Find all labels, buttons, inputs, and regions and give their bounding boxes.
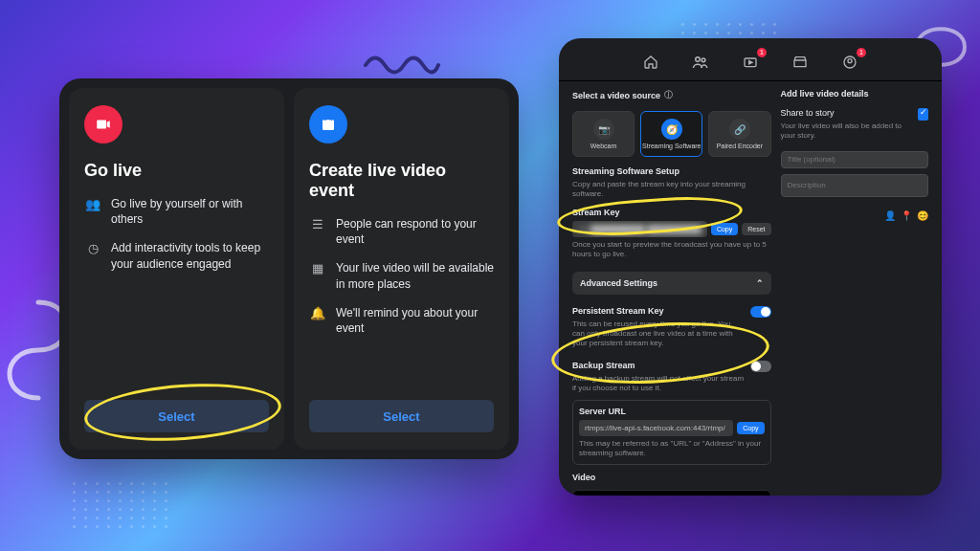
create-event-title: Create live video event [309, 161, 494, 201]
svg-point-3 [696, 57, 701, 62]
persistent-key-toggle[interactable] [750, 306, 771, 318]
live-producer-panel: 1 1 Select a video sourceⓘ 📷Webcam 🧭Stre… [559, 38, 942, 496]
svg-rect-0 [323, 120, 334, 130]
top-nav: 1 1 [559, 48, 942, 81]
link-icon: 🔗 [729, 119, 750, 140]
copy-stream-key-button[interactable]: Copy [711, 223, 738, 235]
source-paired-encoder[interactable]: 🔗Paired Encoder [708, 111, 770, 157]
key-icon: 🧭 [661, 119, 682, 140]
stream-key-label: Stream Key [572, 208, 771, 217]
svg-point-4 [702, 58, 705, 62]
svg-rect-1 [324, 118, 325, 121]
source-streaming-software[interactable]: 🧭Streaming Software [640, 111, 702, 157]
go-live-select-button[interactable]: Select [84, 400, 269, 432]
video-preview: ▶⎯ Connect streaming software to go live [572, 490, 771, 496]
go-live-card: Go live 👥Go live by yourself or with oth… [69, 88, 284, 450]
places-icon: ▦ [309, 260, 326, 277]
camera-icon [84, 105, 122, 143]
go-live-title: Go live [84, 161, 269, 181]
backup-stream-toggle[interactable] [750, 361, 771, 372]
watch-icon[interactable]: 1 [740, 52, 761, 73]
calendar-icon [309, 105, 347, 143]
copy-server-url-button[interactable]: Copy [737, 422, 764, 434]
description-input[interactable] [781, 174, 928, 197]
chevron-up-icon: ⌃ [756, 278, 764, 288]
share-to-story-checkbox[interactable] [918, 108, 929, 121]
marketplace-icon[interactable] [790, 52, 811, 73]
location-icon[interactable]: 📍 [901, 210, 912, 221]
create-event-select-button[interactable]: Select [309, 400, 494, 432]
advanced-settings-toggle[interactable]: Advanced Settings ⌃ [572, 272, 771, 295]
reset-stream-key-button[interactable]: Reset [742, 223, 770, 235]
svg-rect-2 [331, 118, 332, 121]
people-icon: 👥 [84, 196, 101, 213]
bell-icon: 🔔 [309, 305, 326, 322]
source-label: Select a video sourceⓘ [572, 89, 771, 101]
response-icon: ☰ [309, 216, 326, 233]
server-url-box: Server URL rtmps://live-api-s.facebook.c… [572, 400, 771, 466]
friends-icon[interactable] [690, 52, 711, 73]
tag-people-icon[interactable]: 👤 [884, 210, 896, 221]
setup-title: Streaming Software Setup [572, 166, 771, 176]
server-url-field[interactable]: rtmps://live-api-s.facebook.com:443/rtmp… [579, 420, 733, 436]
source-webcam[interactable]: 📷Webcam [572, 111, 635, 157]
svg-point-7 [848, 59, 852, 63]
details-title: Add live video details [781, 89, 928, 99]
title-input[interactable] [781, 151, 928, 168]
create-event-card: Create live video event ☰People can resp… [294, 88, 509, 450]
home-icon[interactable] [640, 52, 661, 73]
groups-icon[interactable]: 1 [839, 52, 860, 73]
webcam-icon: 📷 [593, 119, 614, 140]
choose-live-type-panel: Go live 👥Go live by yourself or with oth… [59, 78, 519, 459]
clock-icon: ◷ [84, 240, 101, 257]
stream-key-field[interactable]: FB-██████████-██████████ [572, 221, 707, 237]
feeling-icon[interactable]: 😊 [917, 210, 928, 221]
